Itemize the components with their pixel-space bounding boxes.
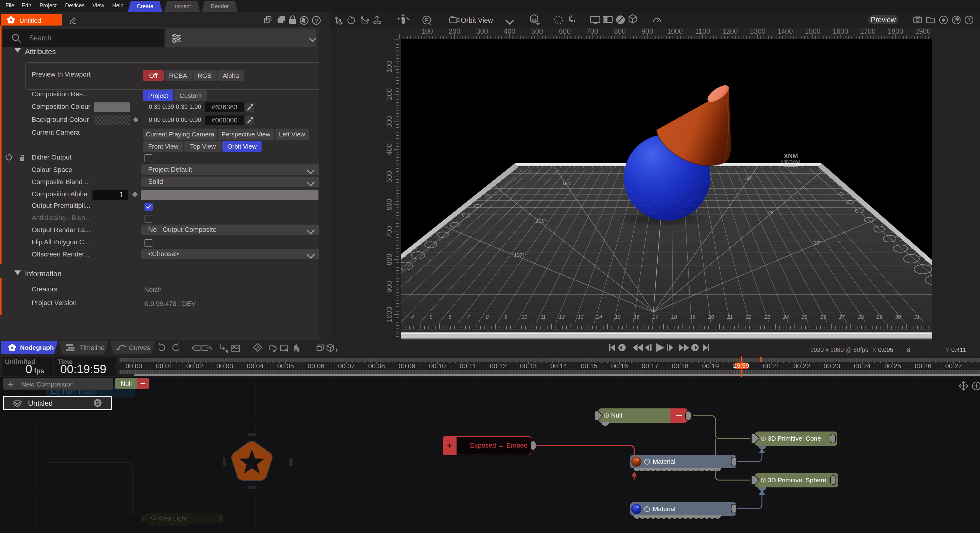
svg-text:6: 6: [448, 314, 451, 320]
svg-text:200: 200: [449, 27, 460, 35]
svg-text:120°: 120°: [562, 181, 572, 186]
svg-text:1100: 1100: [695, 27, 710, 35]
svg-text:16: 16: [634, 314, 640, 320]
svg-text:1200: 1200: [722, 27, 738, 35]
svg-text:200: 200: [385, 89, 393, 100]
svg-text:1300: 1300: [750, 27, 765, 35]
svg-text:500: 500: [385, 171, 393, 182]
svg-text:45°: 45°: [768, 210, 776, 215]
svg-text:14: 14: [597, 314, 602, 320]
svg-text:11: 11: [541, 314, 546, 320]
svg-text:700: 700: [385, 226, 393, 238]
svg-text:1700: 1700: [860, 27, 875, 35]
svg-text:10: 10: [522, 314, 527, 320]
svg-text:900: 900: [385, 281, 393, 293]
svg-text:30°: 30°: [814, 240, 821, 246]
svg-text:150°: 150°: [514, 252, 524, 258]
svg-text:26: 26: [820, 314, 826, 320]
svg-text:22: 22: [746, 314, 752, 320]
svg-text:24: 24: [783, 314, 789, 320]
svg-text:4: 4: [411, 314, 414, 320]
svg-text:700: 700: [586, 27, 598, 35]
svg-text:1500: 1500: [805, 27, 820, 35]
svg-text:XNM: XNM: [784, 152, 798, 159]
svg-text:15: 15: [615, 314, 621, 320]
svg-text:1400: 1400: [777, 27, 793, 35]
svg-text:5: 5: [430, 314, 433, 320]
svg-text:60°: 60°: [745, 176, 753, 181]
svg-text:500: 500: [531, 27, 543, 35]
svg-text:9: 9: [504, 314, 508, 320]
svg-text:1900: 1900: [915, 27, 931, 35]
svg-text:1600: 1600: [832, 27, 848, 35]
svg-text:21: 21: [727, 314, 733, 320]
svg-text:100: 100: [385, 61, 393, 73]
svg-text:800: 800: [614, 27, 626, 35]
svg-text:300: 300: [385, 116, 393, 128]
svg-text:30: 30: [895, 314, 901, 320]
svg-text:23: 23: [764, 314, 770, 320]
svg-text:800: 800: [385, 254, 393, 265]
svg-text:27: 27: [839, 314, 845, 320]
svg-text:13: 13: [578, 314, 584, 320]
svg-text:7: 7: [467, 314, 470, 320]
svg-text:600: 600: [385, 199, 393, 210]
svg-text:1000: 1000: [385, 307, 393, 322]
svg-text:400: 400: [504, 27, 515, 35]
svg-text:17: 17: [652, 314, 658, 320]
svg-text:400: 400: [385, 143, 393, 155]
svg-text:100: 100: [421, 27, 433, 35]
svg-text:1000: 1000: [667, 27, 682, 35]
svg-text:1800: 1800: [888, 27, 903, 35]
svg-text:600: 600: [559, 27, 571, 35]
svg-text:19:59: 19:59: [733, 362, 749, 369]
svg-text:18: 18: [671, 314, 677, 320]
svg-text:19: 19: [690, 314, 695, 320]
svg-text:CREATIONS: CREATIONS: [781, 160, 800, 163]
svg-text:20: 20: [708, 314, 714, 320]
svg-text:25: 25: [802, 314, 808, 320]
svg-text:A: A: [256, 345, 259, 350]
svg-text:900: 900: [641, 27, 653, 35]
svg-text:135°: 135°: [536, 219, 546, 224]
svg-text:31: 31: [914, 314, 920, 320]
svg-text:8: 8: [486, 314, 489, 320]
svg-text:29: 29: [876, 314, 882, 320]
svg-text:12: 12: [559, 314, 565, 320]
svg-text:300: 300: [476, 27, 488, 35]
svg-text:28: 28: [858, 314, 864, 320]
